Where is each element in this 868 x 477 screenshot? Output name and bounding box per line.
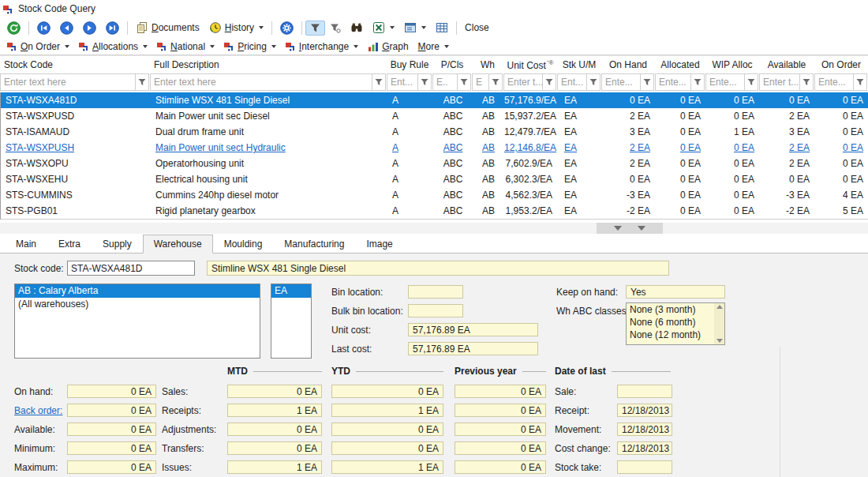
filter-funnel-icon[interactable]: [458, 73, 471, 91]
filter-funnel-icon[interactable]: [418, 73, 432, 91]
detail-tabstrip: MainExtraSupplyWarehouseMouldingManufact…: [0, 235, 868, 253]
column-header-stk-u-m[interactable]: Stk U/M: [557, 56, 601, 73]
tab-image[interactable]: Image: [355, 235, 403, 254]
column-header-allocated[interactable]: Allocated: [655, 56, 705, 73]
filter-input-p-cls[interactable]: E..: [432, 73, 458, 91]
cell-on-hand: -3 EA: [602, 187, 656, 203]
column-header-available[interactable]: Available: [759, 56, 814, 73]
nav-next-icon: [83, 21, 96, 35]
toolbar-button-grid[interactable]: [431, 19, 453, 36]
table-row[interactable]: STA-WSXA481DStimline WSX 481 Single Dies…: [1, 92, 868, 108]
toolbar-button-close[interactable]: Close: [460, 20, 494, 36]
toolbar-button-refresh[interactable]: [2, 19, 25, 37]
column-header-wh[interactable]: Wh: [472, 56, 503, 73]
filter-input-full-description[interactable]: Enter text here: [150, 73, 372, 91]
column-header-unit-cost[interactable]: Unit Costˇ®: [503, 56, 557, 73]
tab-moulding[interactable]: Moulding: [213, 235, 274, 254]
tab-main[interactable]: Main: [5, 235, 47, 254]
table-row[interactable]: STS-PGB01Rigid planetary gearboxAABCAB1,…: [1, 203, 868, 219]
cell-stk-u-m: EA: [558, 171, 602, 187]
filter-input-available[interactable]: Enter t...: [759, 73, 800, 91]
toolbar-button-national[interactable]: National: [152, 39, 219, 54]
stat-field-minimum: 0 EA: [67, 441, 156, 455]
date-of-last-field-cost-change: 12/18/2013: [617, 441, 672, 455]
tab-manufacturing[interactable]: Manufacturing: [273, 235, 355, 254]
filter-funnel-icon[interactable]: [854, 73, 867, 91]
cell-stk-u-m: EA: [558, 140, 602, 156]
filter-funnel-icon[interactable]: [641, 73, 654, 91]
toolbar-button-more[interactable]: More: [413, 39, 454, 54]
back-order-link[interactable]: Back order:: [14, 405, 62, 416]
column-header-buy-rule[interactable]: Buy Rule: [387, 56, 432, 73]
toolbar-separator: [271, 21, 272, 35]
filter-input-wip-alloc[interactable]: Ente...: [705, 73, 745, 91]
graph-icon: [368, 41, 379, 52]
cell-wh: AB: [473, 124, 504, 140]
tab-supply[interactable]: Supply: [92, 235, 143, 254]
cell-allocated: 0 EA: [656, 171, 706, 187]
toolbar-button-settings-gear[interactable]: [275, 19, 298, 37]
toolbar-button-filter-clear[interactable]: [325, 21, 346, 36]
chevron-down-icon[interactable]: [614, 226, 622, 231]
filter-input-on-hand[interactable]: Ente...: [601, 73, 641, 91]
table-row[interactable]: STA-ISAMAUDDual drum frame unitAABCAB12,…: [1, 124, 868, 140]
cell-stk-u-m: EA: [558, 92, 602, 108]
column-header-label: On Order: [821, 59, 861, 70]
toolbar-button-layout[interactable]: [399, 19, 431, 36]
filter-funnel-icon[interactable]: [372, 73, 386, 91]
filter-funnel-icon[interactable]: [489, 73, 503, 91]
toolbar-button-filter[interactable]: [305, 21, 325, 36]
cell-p-cls: ABC: [433, 156, 473, 171]
filter-funnel-icon[interactable]: [745, 73, 758, 91]
filter-input-stk-u-m[interactable]: Ent...: [557, 73, 587, 91]
filter-funnel-icon[interactable]: [800, 73, 814, 91]
column-header-full-description[interactable]: Full Description: [150, 56, 387, 73]
toolbar-button-binoculars[interactable]: [346, 19, 368, 36]
date-of-last-field-movement: 12/18/2013: [617, 423, 672, 436]
excel-export-icon: [372, 21, 385, 34]
cell-stock-code: STA-ISAMAUD: [1, 124, 151, 140]
toolbar-label-interchange: Interchange: [299, 41, 349, 52]
cell-stock-code: STS-CUMMINS: [1, 187, 151, 203]
cell-full-description: Rigid planetary gearbox: [151, 203, 387, 219]
tab-warehouse[interactable]: Warehouse: [143, 235, 213, 254]
toolbar-button-history[interactable]: History: [204, 19, 268, 36]
column-header-on-hand[interactable]: On Hand: [601, 56, 655, 73]
column-header-wip-alloc[interactable]: WIP Alloc: [705, 56, 759, 73]
chevron-down-icon[interactable]: [638, 226, 645, 231]
toolbar-button-documents[interactable]: Documents: [131, 19, 204, 36]
filter-input-unit-cost[interactable]: Enter t...: [503, 73, 543, 91]
column-header-stock-code[interactable]: Stock Code: [0, 56, 150, 73]
filter-input-wh[interactable]: E: [472, 73, 489, 91]
table-row[interactable]: STA-WSXEHUElectrical housing unitAABCAB6…: [1, 171, 868, 187]
column-header-p-cls[interactable]: P/Cls: [432, 56, 472, 73]
filter-input-stock-code[interactable]: Enter text here: [0, 73, 136, 91]
toolbar-button-excel-export[interactable]: [368, 19, 399, 36]
cell-wip-alloc: 0 EA: [706, 203, 760, 219]
tab-extra[interactable]: Extra: [47, 235, 92, 254]
toolbar-button-allocations[interactable]: Allocations: [74, 39, 152, 54]
toolbar-button-on-order[interactable]: On Order: [2, 39, 74, 54]
toolbar-button-nav-first[interactable]: [32, 19, 55, 37]
filter-funnel-icon[interactable]: [587, 73, 600, 91]
filter-input-allocated[interactable]: Ente...: [655, 73, 691, 91]
cell-allocated: 0 EA: [656, 203, 706, 219]
toolbar-button-nav-prev[interactable]: [55, 19, 78, 37]
filter-funnel-icon[interactable]: [691, 73, 705, 91]
filter-input-buy-rule[interactable]: Ent...: [387, 73, 418, 91]
toolbar-button-interchange[interactable]: Interchange: [281, 39, 363, 54]
filter-funnel-icon[interactable]: [543, 73, 556, 91]
column-header-on-order[interactable]: On Order: [814, 56, 868, 73]
toolbar-button-graph[interactable]: Graph: [363, 39, 413, 54]
filter-input-on-order[interactable]: Ente...: [814, 73, 854, 91]
toolbar-button-nav-next[interactable]: [78, 19, 101, 37]
table-row[interactable]: STS-CUMMINSCummins 240hp diesel motorAAB…: [1, 187, 868, 203]
table-row[interactable]: STA-WSXPUSHMain Power unit sect Hydrauli…: [1, 140, 868, 156]
toolbar-button-pricing[interactable]: Pricing: [219, 39, 281, 54]
column-header-label: Allocated: [660, 59, 699, 70]
filter-funnel-icon[interactable]: [136, 73, 149, 91]
table-row[interactable]: STA-WSXOPUOperatorhousing unitAABCAB7,60…: [1, 156, 868, 171]
toolbar-button-nav-last[interactable]: [101, 19, 124, 37]
splitter-handle[interactable]: [597, 223, 663, 234]
table-row[interactable]: STA-WSXPUSDMain Power unit sec DieselAAB…: [1, 108, 868, 124]
